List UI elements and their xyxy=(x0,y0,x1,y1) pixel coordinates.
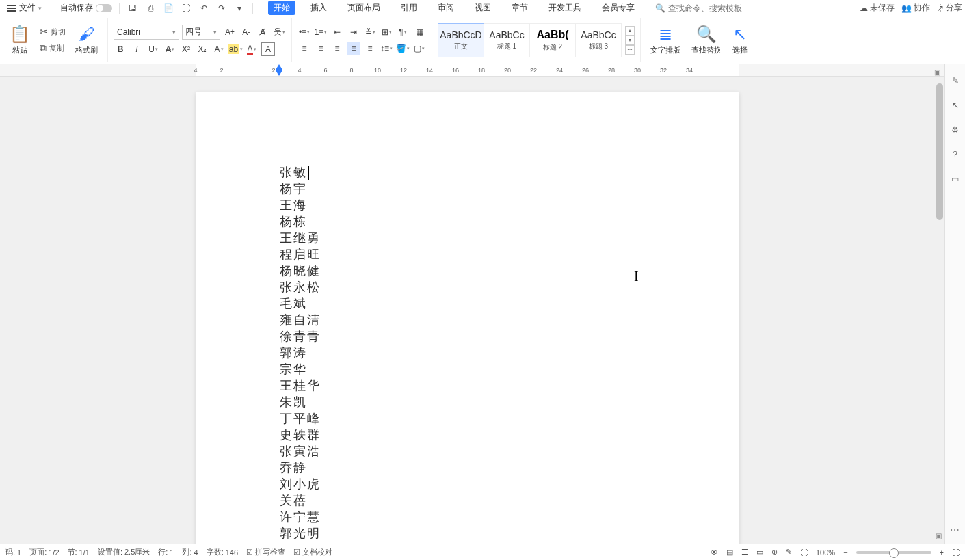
tab-sections[interactable]: 章节 xyxy=(506,1,533,15)
copy-button[interactable]: ⧉复制 xyxy=(37,41,68,55)
style-heading3[interactable]: AaBbCc标题 3 xyxy=(575,23,622,57)
section-field[interactable]: 节:1/1 xyxy=(68,547,90,557)
folder-icon[interactable]: ▭ xyxy=(949,172,962,186)
document-line[interactable]: 张敏 xyxy=(280,164,655,181)
zoom-in-button[interactable]: + xyxy=(940,548,944,557)
font-size-select[interactable]: 四号▾ xyxy=(182,25,220,40)
align-right-button[interactable]: ≡ xyxy=(330,42,344,55)
cut-button[interactable]: ✂剪切 xyxy=(37,25,68,38)
find-replace-button[interactable]: 🔍查找替换 xyxy=(687,25,726,55)
fullscreen-toggle[interactable]: ⛶ xyxy=(952,548,960,557)
unsaved-indicator[interactable]: ☁未保存 xyxy=(860,2,895,14)
text-effects-button[interactable]: A▾ xyxy=(212,42,226,56)
font-name-select[interactable]: Calibri▾ xyxy=(114,25,179,40)
document-line[interactable]: 朱凯 xyxy=(280,394,655,410)
scrollbar-thumb[interactable] xyxy=(936,83,943,220)
document-line[interactable]: 杨晓健 xyxy=(280,263,655,279)
spellcheck-toggle[interactable]: ☑拼写检查 xyxy=(246,547,285,557)
search-input[interactable] xyxy=(668,3,764,13)
file-menu[interactable]: 文件 ▾ xyxy=(3,1,46,15)
tab-review[interactable]: 审阅 xyxy=(432,1,460,15)
read-view-icon[interactable]: ▭ xyxy=(756,548,763,557)
strikethrough-button[interactable]: A̶▾ xyxy=(163,42,176,56)
document-line[interactable]: 杨宇 xyxy=(280,181,655,197)
italic-button[interactable]: I xyxy=(130,42,144,56)
redo-icon[interactable]: ↷ xyxy=(215,2,228,14)
text-layout-button[interactable]: ≣文字排版 xyxy=(646,25,685,55)
document-line[interactable]: 刘小虎 xyxy=(280,476,655,492)
borders-button[interactable]: ▦ xyxy=(412,25,426,39)
page-number-field[interactable]: 码:1 xyxy=(5,547,21,557)
pencil-icon[interactable]: ✎ xyxy=(949,74,962,88)
shading-button[interactable]: 🪣▾ xyxy=(396,42,410,55)
row-field[interactable]: 行:1 xyxy=(158,547,174,557)
select-button[interactable]: ↖选择 xyxy=(728,25,752,55)
subscript-button[interactable]: X₂ xyxy=(196,42,209,56)
tab-home[interactable]: 开始 xyxy=(268,1,295,15)
zoom-slider[interactable] xyxy=(856,551,931,554)
page-count-field[interactable]: 页面:1/2 xyxy=(29,547,59,557)
clear-format-button[interactable]: A̸ xyxy=(256,25,269,39)
document-line[interactable]: 宗华 xyxy=(280,361,655,377)
outline-view-icon[interactable]: ☰ xyxy=(741,548,748,557)
collapse-ribbon-icon[interactable]: ︿ xyxy=(953,3,961,14)
align-justify-button[interactable]: ≡ xyxy=(347,42,360,55)
numbering-button[interactable]: 1≡▾ xyxy=(314,25,328,39)
underline-button[interactable]: U▾ xyxy=(146,42,160,56)
styles-more[interactable]: ⋯ xyxy=(625,45,635,55)
document-line[interactable]: 杨栋 xyxy=(280,213,655,230)
zoom-out-button[interactable]: − xyxy=(843,548,847,557)
decrease-indent-button[interactable]: ⇤ xyxy=(330,25,344,39)
styles-scroll-up[interactable]: ▴ xyxy=(625,26,635,36)
ruler-options-icon[interactable]: ▣ xyxy=(934,68,940,76)
document-line[interactable]: 郭涛 xyxy=(280,345,655,361)
document-line[interactable]: 史轶群 xyxy=(280,427,655,443)
tab-page-layout[interactable]: 页面布局 xyxy=(342,1,386,15)
tab-insert[interactable]: 插入 xyxy=(305,1,332,15)
document-line[interactable]: 许宁慧 xyxy=(280,509,655,525)
help-icon[interactable]: ? xyxy=(949,148,962,161)
print-preview-icon[interactable]: 📄 xyxy=(162,2,174,14)
style-heading1[interactable]: AaBbCc标题 1 xyxy=(484,23,530,57)
document-line[interactable]: 雍自清 xyxy=(280,312,655,328)
document-line[interactable]: 张永松 xyxy=(280,279,655,295)
document-page[interactable]: 张敏杨宇王海杨栋王继勇程启旺杨晓健张永松毛斌雍自清徐青青郭涛宗华王桂华朱凯丁平峰… xyxy=(196,92,739,544)
qat-more-icon[interactable]: ▾ xyxy=(233,2,246,14)
settings-sliders-icon[interactable]: ⚙ xyxy=(949,123,962,137)
proofread-toggle[interactable]: ☑文档校对 xyxy=(293,547,332,557)
document-line[interactable]: 乔静 xyxy=(280,459,655,476)
sort-button[interactable]: ≚▾ xyxy=(363,25,377,39)
search-box[interactable]: 🔍 xyxy=(655,3,764,13)
fullscreen-icon[interactable]: ⛶ xyxy=(180,2,192,14)
grow-font-button[interactable]: A+ xyxy=(223,25,237,39)
style-heading2[interactable]: AaBb(标题 2 xyxy=(529,23,576,57)
highlight-button[interactable]: ab▾ xyxy=(228,42,242,56)
styles-scroll-down[interactable]: ▾ xyxy=(625,36,635,45)
show-marks-button[interactable]: ¶▾ xyxy=(396,25,410,39)
zoom-fit-icon[interactable]: ⛶ xyxy=(800,548,808,557)
indent-field[interactable]: 设置值:2.5厘米 xyxy=(98,547,150,557)
tab-developer[interactable]: 开发工具 xyxy=(543,1,587,15)
layout-options-icon[interactable]: ▣ xyxy=(936,532,942,539)
tab-member[interactable]: 会员专享 xyxy=(596,1,640,15)
phonetic-guide-button[interactable]: 웃▾ xyxy=(272,25,286,39)
side-more-icon[interactable]: ⋯ xyxy=(950,524,961,535)
more-options-icon[interactable]: ⋮ xyxy=(936,3,944,12)
save-icon[interactable]: 🖫 xyxy=(127,2,139,14)
char-border-button[interactable]: A xyxy=(261,42,275,56)
indent-marker-bottom[interactable] xyxy=(276,70,282,76)
align-distributed-button[interactable]: ≡ xyxy=(363,42,377,55)
print-icon[interactable]: ⎙ xyxy=(144,2,157,14)
shrink-font-button[interactable]: A- xyxy=(239,25,253,39)
word-count-field[interactable]: 字数:146 xyxy=(207,547,238,557)
document-line[interactable]: 毛斌 xyxy=(280,295,655,312)
bullets-button[interactable]: •≡▾ xyxy=(298,25,311,39)
document-line[interactable]: 王桂华 xyxy=(280,377,655,394)
eye-icon[interactable]: 👁 xyxy=(711,548,718,557)
bold-button[interactable]: B xyxy=(114,42,127,56)
style-normal[interactable]: AaBbCcD正文 xyxy=(438,23,484,57)
tab-references[interactable]: 引用 xyxy=(395,1,423,15)
para-border-button[interactable]: ▢▾ xyxy=(412,42,426,55)
cursor-icon[interactable]: ↖ xyxy=(949,98,962,112)
document-line[interactable]: 关蓓 xyxy=(280,492,655,509)
